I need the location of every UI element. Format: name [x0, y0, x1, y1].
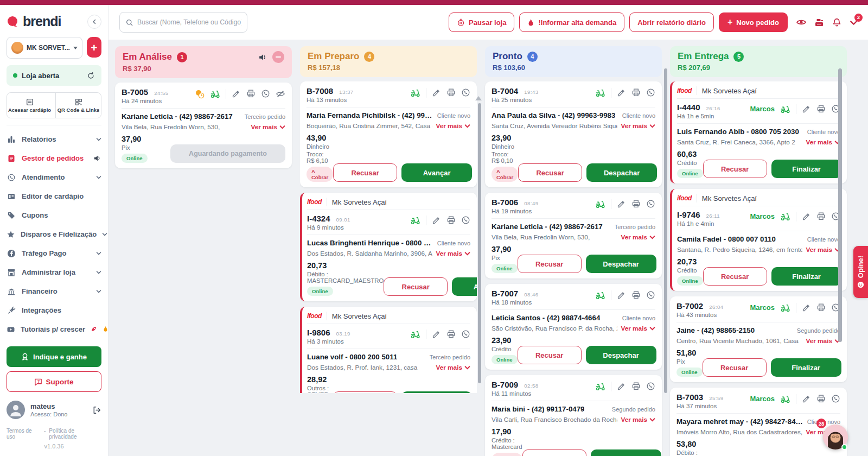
sidebar-item-disparos-fidelizacao[interactable]: Disparos e Fidelização — [7, 225, 101, 244]
print-icon[interactable] — [631, 382, 641, 391]
recusar-button[interactable]: Recusar — [518, 255, 582, 273]
collapse-sidebar-button[interactable] — [87, 15, 101, 29]
ver-mais-link[interactable]: Ver mais — [621, 122, 655, 130]
ver-mais-link[interactable]: Ver mais — [436, 250, 470, 257]
ver-mais-link[interactable]: Ver mais — [621, 325, 655, 332]
sidebar-item-atendimento[interactable]: Atendimento — [7, 168, 101, 187]
delivery-scooter-icon[interactable] — [780, 394, 790, 404]
refresh-icon[interactable] — [87, 72, 95, 80]
recusar-button[interactable]: Recusar — [518, 163, 582, 182]
delivery-scooter-icon[interactable] — [410, 329, 420, 339]
primary-action-button[interactable]: Despachar — [586, 163, 657, 182]
informar-alta-demanda-button[interactable]: !Informar alta demanda — [519, 12, 624, 32]
sidebar-item-editor-de-cardapio[interactable]: Editor de cardápio — [7, 187, 101, 206]
qr-code-links-button[interactable]: QR Code & Links — [55, 93, 101, 118]
whatsapp-icon[interactable] — [646, 199, 655, 208]
search-input[interactable] — [137, 18, 241, 26]
edit-icon[interactable] — [617, 88, 626, 97]
sidebar-item-tutoriais[interactable]: Tutoriais p/ crescer — [7, 320, 101, 339]
edit-icon[interactable] — [802, 104, 811, 113]
whatsapp-icon[interactable] — [831, 394, 840, 403]
ver-mais-link[interactable]: Ver mais — [806, 138, 840, 146]
privacy-link[interactable]: Política de privacidade — [49, 428, 101, 440]
ver-mais-link[interactable]: Ver mais — [621, 416, 655, 423]
edit-icon[interactable] — [802, 394, 811, 403]
sidebar-item-cupons[interactable]: Cupons — [7, 206, 101, 225]
print-icon[interactable] — [816, 303, 826, 312]
delivery-scooter-icon[interactable] — [595, 199, 605, 209]
print-icon[interactable] — [446, 330, 456, 339]
terms-link[interactable]: Termos de uso — [7, 428, 41, 440]
delivery-scooter-icon[interactable] — [595, 87, 605, 98]
print-icon[interactable] — [816, 104, 826, 113]
acessar-cardapio-button[interactable]: Acessar cardápio — [7, 93, 52, 118]
abrir-relatorio-diario-button[interactable]: Abrir relatório diário — [629, 12, 714, 32]
whatsapp-icon[interactable] — [461, 216, 470, 225]
delivery-scooter-icon[interactable] — [595, 381, 605, 391]
collapse-column-button[interactable] — [272, 51, 284, 63]
edit-icon[interactable] — [617, 290, 626, 300]
scrollbar-entrega[interactable] — [838, 68, 842, 342]
indique-e-ganhe-button[interactable]: Indique e ganhe — [7, 346, 101, 367]
primary-action-button[interactable]: Finalizar — [771, 358, 841, 377]
opine-feedback-tab[interactable]: Opine! — [853, 246, 868, 298]
primary-action-button[interactable]: Aguardando pagamento — [170, 144, 285, 163]
recusar-button[interactable]: Recusar — [518, 346, 582, 364]
primary-action-button[interactable]: Despachar — [586, 255, 656, 273]
whatsapp-icon[interactable] — [646, 382, 655, 391]
primary-action-button[interactable]: Avançar — [452, 277, 477, 296]
print-icon[interactable] — [246, 89, 256, 98]
edit-icon[interactable] — [232, 89, 241, 98]
print-icon[interactable] — [631, 199, 641, 208]
whatsapp-icon[interactable] — [646, 290, 655, 300]
column-sound-icon[interactable] — [258, 53, 267, 62]
primary-action-button[interactable]: Finalizar — [771, 267, 842, 286]
delivery-scooter-icon[interactable] — [780, 211, 790, 221]
recusar-button[interactable]: Recusar — [703, 267, 767, 286]
delivery-scooter-icon[interactable] — [780, 104, 790, 114]
print-icon[interactable] — [446, 216, 456, 225]
whatsapp-icon[interactable] — [461, 330, 470, 339]
edit-icon[interactable] — [432, 88, 441, 97]
bell-icon[interactable] — [832, 17, 842, 28]
edit-icon[interactable] — [802, 212, 811, 221]
sidebar-item-trafego-pago[interactable]: Tráfego Pago — [7, 244, 101, 263]
whatsapp-icon[interactable] — [261, 89, 270, 98]
payment-pending-icon[interactable] — [195, 89, 205, 99]
ver-mais-link[interactable]: Ver mais — [436, 122, 470, 130]
scroll-up-arrow[interactable] — [475, 96, 482, 100]
print-icon[interactable] — [631, 88, 641, 97]
sidebar-item-integracoes[interactable]: Integrações — [7, 301, 101, 320]
ver-mais-link[interactable]: Ver mais — [436, 364, 470, 371]
ver-mais-link[interactable]: Ver mais — [621, 233, 655, 241]
recusar-button[interactable]: Recusar — [703, 358, 767, 377]
delivery-scooter-icon[interactable] — [210, 88, 220, 99]
primary-action-button[interactable]: Finalizar — [771, 160, 842, 178]
edit-icon[interactable] — [432, 330, 441, 339]
recusar-button[interactable]: Recusar — [333, 391, 397, 393]
print-icon[interactable] — [446, 88, 456, 97]
logout-icon[interactable] — [92, 406, 101, 415]
sidebar-item-relatorios[interactable]: Relatórios — [7, 130, 101, 149]
chevron-check-icon[interactable]: 2 — [849, 18, 858, 27]
edit-icon[interactable] — [802, 303, 811, 312]
scrollbar-pronto[interactable] — [664, 68, 667, 393]
store-selector[interactable]: MK SORVET... — [7, 37, 82, 59]
pausar-loja-button[interactable]: Pausar loja — [449, 12, 514, 32]
recusar-button[interactable]: Recusar — [522, 449, 586, 456]
whatsapp-icon[interactable] — [461, 88, 470, 97]
sidebar-item-gestor-de-pedidos[interactable]: Gestor de pedidos — [7, 149, 101, 168]
print-icon[interactable] — [816, 212, 826, 221]
delivery-scooter-icon[interactable] — [780, 302, 790, 313]
recusar-button[interactable]: Recusar — [384, 277, 448, 296]
sidebar-item-financeiro[interactable]: Financeiro — [7, 282, 101, 301]
eye-icon[interactable] — [796, 17, 807, 28]
primary-action-button[interactable]: Avançar — [401, 163, 472, 182]
search-box[interactable] — [119, 12, 247, 33]
scrollbar-preparo[interactable] — [478, 103, 481, 383]
add-store-button[interactable]: + — [87, 37, 101, 58]
primary-action-button[interactable]: Despachar — [586, 346, 656, 364]
suporte-button[interactable]: ? Suporte — [7, 371, 101, 392]
primary-action-button[interactable]: Despachar — [591, 449, 661, 456]
print-icon[interactable] — [631, 290, 641, 300]
